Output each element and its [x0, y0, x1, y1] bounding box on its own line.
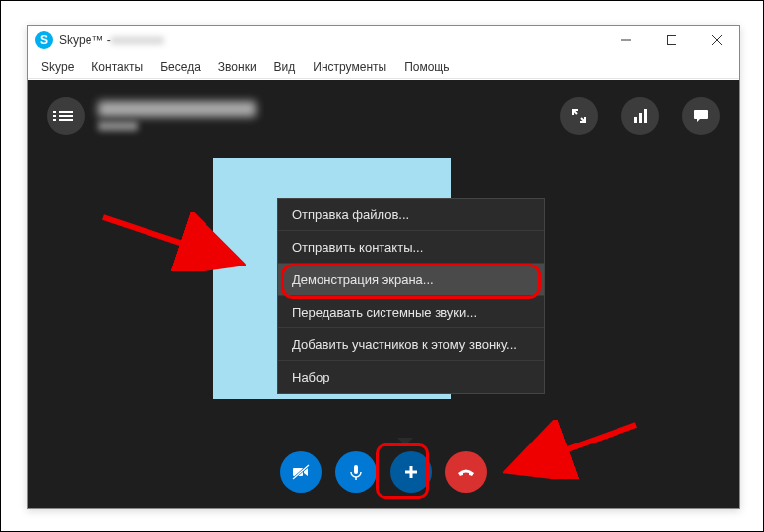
menu-tools[interactable]: Инструменты — [305, 58, 394, 76]
quality-button[interactable] — [621, 97, 659, 135]
right-controls — [560, 97, 720, 135]
mic-toggle-button[interactable] — [335, 451, 377, 493]
skype-window: S Skype™ - xxxxxxxxx Skype Контакты Бесе… — [27, 25, 740, 509]
caller-name — [98, 101, 256, 117]
maximize-button[interactable] — [649, 26, 694, 55]
chat-button[interactable] — [682, 97, 720, 135]
svg-rect-7 — [354, 465, 358, 474]
hangup-button[interactable] — [445, 451, 487, 493]
fullscreen-button[interactable] — [560, 97, 598, 135]
menu-help[interactable]: Помощь — [396, 58, 457, 76]
ctx-add-participants[interactable]: Добавить участников к этому звонку... — [278, 328, 544, 361]
plus-context-menu: Отправка файлов... Отправить контакты...… — [277, 198, 545, 394]
close-button[interactable] — [694, 26, 739, 55]
list-icon — [59, 109, 73, 123]
menu-calls[interactable]: Звонки — [210, 58, 264, 76]
camera-off-icon — [290, 461, 312, 483]
sidebar-list-button[interactable] — [47, 97, 85, 135]
skype-logo-icon: S — [35, 31, 53, 49]
ctx-share-screen[interactable]: Демонстрация экрана... — [278, 264, 544, 296]
window-controls — [604, 26, 739, 55]
caller-subtext — [98, 121, 138, 131]
chat-bubble-icon — [692, 107, 710, 125]
plus-icon — [401, 462, 421, 482]
menubar: Skype Контакты Беседа Звонки Вид Инструм… — [28, 55, 739, 79]
microphone-icon — [346, 462, 366, 482]
caller-info — [98, 101, 256, 131]
plus-button[interactable] — [390, 451, 432, 493]
top-controls — [47, 97, 720, 135]
menu-view[interactable]: Вид — [266, 58, 304, 76]
menu-contacts[interactable]: Контакты — [84, 58, 150, 76]
ctx-send-contacts[interactable]: Отправить контакты... — [278, 231, 544, 264]
menu-skype[interactable]: Skype — [33, 58, 82, 76]
call-buttons — [280, 451, 487, 493]
expand-icon — [571, 108, 587, 124]
svg-rect-1 — [668, 36, 676, 45]
menu-conversation[interactable]: Беседа — [152, 58, 208, 76]
hangup-icon — [455, 461, 477, 483]
svg-line-12 — [513, 425, 636, 469]
window-title-prefix: Skype™ - — [59, 33, 111, 47]
ctx-dialpad[interactable]: Набор — [278, 361, 544, 393]
call-area: Отправка файлов... Отправить контакты...… — [28, 80, 739, 508]
titlebar: S Skype™ - xxxxxxxxx — [28, 26, 739, 55]
annotation-arrow-right — [503, 420, 641, 479]
ctx-system-sounds[interactable]: Передавать системные звуки... — [278, 296, 544, 328]
window-title-user: xxxxxxxxx — [111, 33, 164, 47]
menu-tail-icon — [397, 438, 413, 445]
camera-toggle-button[interactable] — [280, 451, 322, 493]
signal-bars-icon — [634, 109, 647, 123]
minimize-button[interactable] — [604, 26, 649, 55]
ctx-send-files[interactable]: Отправка файлов... — [278, 199, 544, 231]
